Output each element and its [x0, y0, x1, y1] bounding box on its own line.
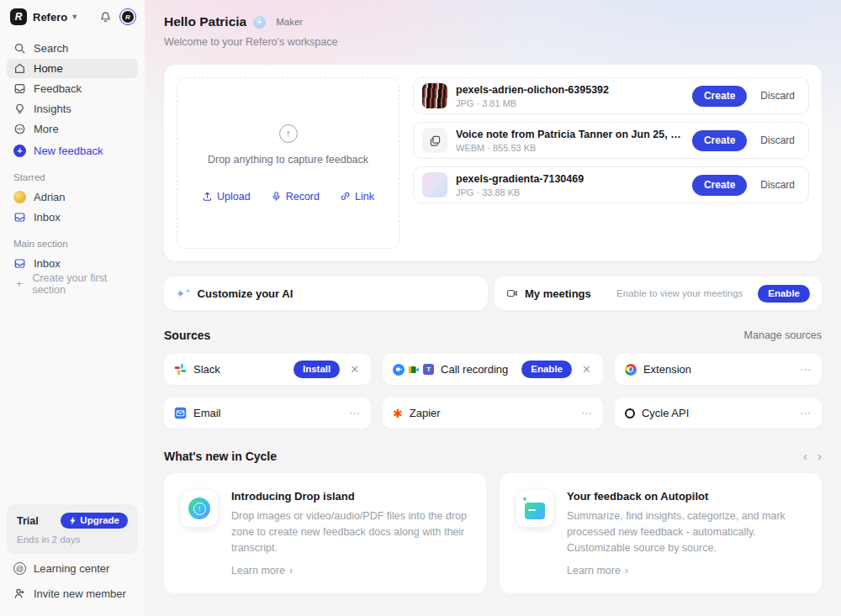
- lightning-bolt-icon: [69, 516, 77, 525]
- learning-center-button[interactable]: @ Learning center: [7, 558, 138, 579]
- chrome-icon: [625, 364, 637, 376]
- trial-ends-label: Ends in 2 days: [17, 534, 128, 545]
- learning-center-label: Learning center: [34, 562, 109, 575]
- home-icon: [13, 62, 26, 75]
- whats-new-card-description: Drop images or video/audio/PDF files int…: [231, 508, 469, 555]
- sidebar-item-label: Insights: [34, 103, 71, 115]
- sidebar-item-label: Home: [34, 62, 63, 75]
- learn-more-link[interactable]: Learn more›: [231, 565, 469, 577]
- lightbulb-icon: [13, 103, 26, 115]
- link-icon: [340, 191, 351, 202]
- invite-member-button[interactable]: Invite new member: [7, 583, 138, 604]
- whats-new-card: ↑ Introducing Drop island Drop images or…: [164, 473, 486, 593]
- source-card-zapier: ✱ Zapier ⋯: [383, 398, 603, 429]
- learn-more-link[interactable]: Learn more›: [567, 565, 805, 577]
- create-section-button[interactable]: + Create your first section: [7, 274, 138, 293]
- sidebar-item-label: Feedback: [34, 82, 82, 95]
- close-icon[interactable]: ✕: [580, 361, 593, 377]
- my-meetings-label: My meetings: [525, 287, 591, 300]
- sidebar-item-label: Adrian: [34, 191, 66, 203]
- create-section-label: Create your first section: [32, 272, 131, 296]
- discard-button[interactable]: Discard: [755, 131, 800, 150]
- adrian-avatar: [13, 191, 26, 203]
- notifications-bell-icon[interactable]: [99, 11, 112, 24]
- sidebar-item-search[interactable]: Search: [7, 39, 138, 58]
- sidebar-item-more[interactable]: More: [7, 119, 138, 139]
- install-slack-button[interactable]: Install: [294, 361, 340, 378]
- sidebar-item-main-inbox[interactable]: Inbox: [7, 254, 138, 273]
- enable-call-recording-button[interactable]: Enable: [521, 361, 572, 378]
- at-sign-icon: @: [13, 562, 26, 575]
- sidebar: R Refero ▼ R Search Home Feedback Insigh…: [0, 0, 145, 616]
- image-thumbnail: [422, 83, 447, 108]
- feedback-queue-row: pexels-adrien-olichon-6395392 JPG · 3.81…: [413, 77, 809, 114]
- feedback-queue-row: pexels-gradienta-7130469 JPG · 33.88 KB …: [413, 166, 809, 203]
- carousel-next-icon[interactable]: ›: [817, 449, 822, 463]
- trial-title: Trial: [17, 515, 39, 527]
- source-card-email: Email ⋯: [164, 398, 371, 429]
- cycle-api-icon: [625, 408, 635, 419]
- source-label: Extension: [643, 363, 691, 376]
- more-circle-icon: [13, 123, 26, 135]
- sparkle-badge-icon: ✦: [253, 16, 266, 29]
- source-card-extension: Extension ⋯: [615, 354, 822, 385]
- role-badge: Maker: [276, 17, 303, 27]
- sidebar-item-adrian[interactable]: Adrian: [7, 187, 138, 207]
- sidebar-item-insights[interactable]: Insights: [7, 99, 138, 118]
- sources-grid: Slack Install ✕ T Call recording Enable …: [164, 354, 822, 429]
- feedback-title: Voice note from Patricia Tanner on Jun 2…: [456, 129, 684, 140]
- feedback-title: pexels-adrien-olichon-6395392: [456, 84, 684, 96]
- more-menu-icon[interactable]: ⋯: [800, 407, 812, 419]
- search-icon: [13, 42, 26, 55]
- discard-button[interactable]: Discard: [755, 176, 800, 194]
- plus-icon: +: [13, 277, 24, 290]
- carousel-prev-icon[interactable]: ‹: [803, 449, 807, 463]
- whats-new-card: Your feedback on Autopilot Summarize, fi…: [500, 473, 822, 593]
- chevron-right-icon: ›: [625, 565, 628, 577]
- workspace-name: Refero: [33, 11, 67, 24]
- customize-ai-card[interactable]: ✦✦ Customize your AI: [164, 276, 488, 310]
- whats-new-card-title: Your feedback on Autopilot: [567, 490, 805, 503]
- invite-member-label: Invite new member: [34, 587, 126, 600]
- more-menu-icon[interactable]: ⋯: [800, 363, 812, 376]
- ai-sparkle-icon: ✦✦: [176, 287, 191, 300]
- feedback-title: pexels-gradienta-7130469: [456, 173, 684, 185]
- sidebar-item-home[interactable]: Home: [7, 59, 138, 78]
- upgrade-button[interactable]: Upgrade: [61, 513, 128, 529]
- user-avatar[interactable]: R: [119, 8, 136, 25]
- source-label: Zapier: [410, 407, 441, 419]
- record-button[interactable]: Record: [271, 191, 320, 203]
- drop-island-icon: ↑: [181, 490, 218, 527]
- more-menu-icon[interactable]: ⋯: [349, 407, 361, 419]
- more-menu-icon[interactable]: ⋯: [581, 407, 593, 419]
- manage-sources-link[interactable]: Manage sources: [744, 329, 822, 341]
- inbox-icon: [13, 211, 26, 224]
- google-meet-icon: [408, 364, 420, 376]
- drop-zone[interactable]: ↑ Drop anything to capture feedback Uplo…: [177, 77, 399, 249]
- sidebar-item-label: Inbox: [34, 257, 61, 270]
- close-icon[interactable]: ✕: [348, 361, 361, 377]
- feedback-meta: JPG · 3.81 MB: [456, 98, 684, 108]
- new-feedback-button[interactable]: + New feedback: [7, 141, 138, 161]
- create-button[interactable]: Create: [692, 130, 747, 151]
- enable-meetings-button[interactable]: Enable: [758, 285, 810, 303]
- source-label: Cycle API: [642, 407, 689, 419]
- starred-section-label: Starred: [7, 172, 138, 182]
- upload-arrow-icon: ↑: [279, 124, 298, 143]
- main-content: Hello Patricia ✦ Maker Welcome to your R…: [145, 0, 841, 616]
- whats-new-card-title: Introducing Drop island: [231, 490, 469, 503]
- sidebar-item-feedback[interactable]: Feedback: [7, 79, 138, 98]
- source-card-call-recording: T Call recording Enable ✕: [383, 354, 603, 385]
- discard-button[interactable]: Discard: [755, 87, 800, 105]
- create-button[interactable]: Create: [692, 175, 747, 196]
- create-button[interactable]: Create: [692, 86, 747, 107]
- workspace-switcher[interactable]: R Refero ▼ R: [7, 7, 138, 27]
- drop-zone-text: Drop anything to capture feedback: [208, 154, 368, 166]
- source-card-cycle-api: Cycle API ⋯: [615, 398, 822, 429]
- sidebar-item-starred-inbox[interactable]: Inbox: [7, 208, 138, 227]
- upload-icon: [202, 191, 213, 202]
- video-camera-icon: [506, 287, 518, 299]
- whats-new-title: What's new in Cycle: [164, 450, 277, 463]
- upload-button[interactable]: Upload: [202, 191, 251, 203]
- link-button[interactable]: Link: [340, 191, 374, 203]
